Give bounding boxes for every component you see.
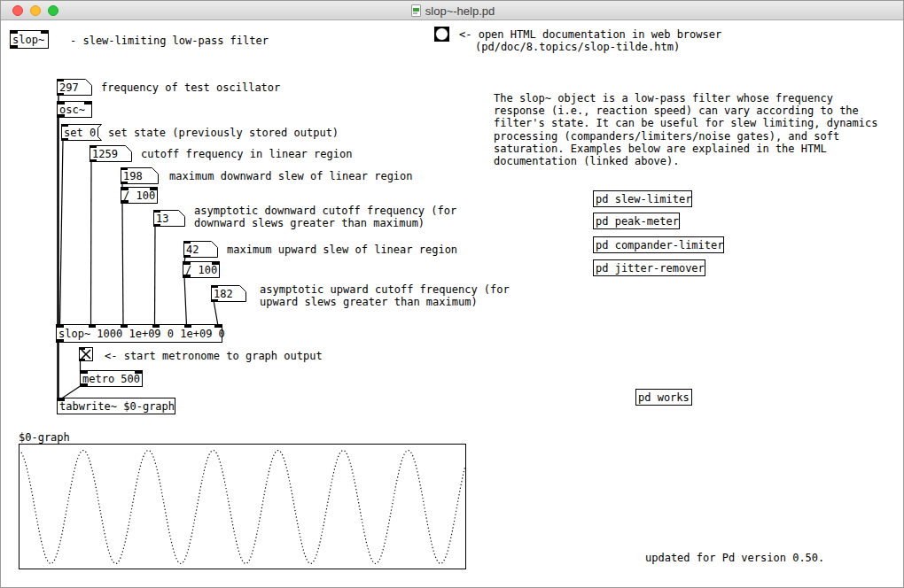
inlet-nub bbox=[58, 398, 65, 401]
outlet-nub bbox=[57, 93, 64, 96]
object-label: slop~ bbox=[12, 34, 44, 46]
object-box-slop-main[interactable]: slop~ 1000 1e+09 0 1e+09 0 bbox=[56, 324, 222, 343]
comment-toggle: <- start metronome to graph output bbox=[105, 350, 323, 362]
inlet-nub bbox=[57, 79, 64, 81]
inlet-nub bbox=[80, 348, 85, 350]
inlet-nub bbox=[152, 325, 160, 328]
comment-up-asym: asymptotic upward cutoff frequency (for … bbox=[260, 283, 510, 308]
inlet-nub bbox=[135, 371, 142, 374]
outlet-nub bbox=[183, 275, 191, 277]
comment-down-asym: asymptotic downward cutoff frequency (fo… bbox=[194, 205, 456, 229]
graph-wave-path bbox=[21, 451, 464, 564]
inlet-nub bbox=[57, 325, 64, 328]
outlet-nub bbox=[153, 224, 160, 227]
object-box-div-100-b[interactable]: / 100 bbox=[183, 261, 220, 278]
outlet-nub bbox=[121, 182, 128, 184]
object-label: pd works bbox=[638, 391, 690, 404]
object-box-metro[interactable]: metro 500 bbox=[80, 370, 143, 387]
inlet-nub bbox=[41, 31, 48, 34]
window-title: slop~-help.pd bbox=[425, 4, 495, 18]
number-value: 198 bbox=[123, 170, 143, 182]
comment-open-doc: <- open HTML documentation in web browse… bbox=[459, 28, 721, 41]
toggle-metronome[interactable] bbox=[79, 347, 93, 361]
number-box-up-slew[interactable]: 42 bbox=[183, 241, 218, 258]
number-box-down-asym[interactable]: 13 bbox=[153, 210, 185, 227]
outlet-nub bbox=[11, 45, 18, 48]
message-label: set 0 bbox=[64, 127, 96, 139]
inlet-nub bbox=[11, 31, 18, 34]
outlet-nub bbox=[183, 255, 191, 258]
object-label: metro 500 bbox=[82, 373, 140, 385]
window-titlebar[interactable]: slop~-help.pd bbox=[1, 1, 904, 20]
graph-canvas bbox=[19, 444, 466, 569]
pd-patch-window: slop~-help.pd slop~ - slew-limiting low-… bbox=[0, 0, 904, 588]
outlet-nub bbox=[58, 114, 65, 117]
outlet-nub bbox=[57, 339, 64, 342]
inlet-nub bbox=[89, 325, 96, 328]
object-box-osc[interactable]: osc~ bbox=[57, 101, 92, 118]
open-doc-icon bbox=[435, 27, 448, 41]
inlet-nub bbox=[84, 102, 91, 104]
inlet-nub bbox=[121, 167, 128, 170]
number-box-up-asym[interactable]: 182 bbox=[211, 285, 246, 302]
number-box-cutoff-freq[interactable]: 1259 bbox=[90, 145, 132, 162]
comment-slop-description: - slew-limiting low-pass filter bbox=[70, 35, 269, 47]
number-value: 182 bbox=[214, 288, 233, 300]
inlet-nub bbox=[183, 262, 191, 265]
number-value: 297 bbox=[59, 81, 79, 94]
inlet-nub bbox=[90, 145, 97, 148]
number-box-down-slew[interactable]: 198 bbox=[121, 167, 159, 184]
outlet-nub bbox=[90, 159, 97, 162]
outlet-nub bbox=[121, 200, 129, 203]
number-value: 42 bbox=[186, 244, 199, 256]
outlet-nub bbox=[61, 138, 68, 141]
subpatch-works[interactable]: pd works bbox=[635, 389, 692, 406]
open-html-doc-button[interactable] bbox=[434, 27, 449, 42]
inlet-nub bbox=[81, 371, 88, 374]
object-box-slop-demo[interactable]: slop~ bbox=[10, 30, 49, 49]
number-box-osc-freq[interactable]: 297 bbox=[57, 79, 92, 96]
comment-down-slew: maximum downward slew of linear region bbox=[169, 170, 413, 182]
object-label: pd jitter-remover bbox=[596, 262, 705, 275]
object-label: pd compander-limiter bbox=[596, 239, 724, 251]
sine-wave bbox=[19, 445, 465, 569]
object-label: slop~ 1000 1e+09 0 1e+09 0 bbox=[58, 328, 225, 340]
inlet-nub bbox=[58, 102, 65, 104]
object-label: pd peak-meter bbox=[596, 215, 679, 228]
inlet-nub bbox=[61, 124, 68, 127]
inlet-nub bbox=[214, 325, 222, 328]
subpatch-jitter-remover[interactable]: pd jitter-remover bbox=[593, 259, 705, 276]
comment-cutoff-freq: cutoff frequency in linear region bbox=[141, 148, 352, 160]
graph-label: $0-graph bbox=[19, 431, 70, 444]
inlet-nub bbox=[211, 285, 218, 288]
subpatch-slew-limiter[interactable]: pd slew-limiter bbox=[593, 190, 692, 207]
inlet-nub bbox=[121, 188, 129, 190]
outlet-nub bbox=[81, 383, 88, 386]
object-label: pd slew-limiter bbox=[596, 193, 691, 205]
number-value: 1259 bbox=[92, 148, 118, 160]
inlet-nub bbox=[183, 241, 191, 244]
comment-footer: updated for Pd version 0.50. bbox=[645, 552, 824, 564]
subpatch-compander-limiter[interactable]: pd compander-limiter bbox=[593, 236, 724, 253]
message-box-set-state[interactable]: set 0 bbox=[61, 124, 102, 141]
object-box-tabwrite[interactable]: tabwrite~ $0-graph bbox=[57, 398, 175, 414]
inlet-nub bbox=[212, 262, 219, 265]
outlet-nub bbox=[211, 299, 218, 302]
inlet-nub bbox=[121, 325, 128, 328]
subpatch-peak-meter[interactable]: pd peak-meter bbox=[593, 213, 680, 229]
inlet-nub bbox=[150, 188, 157, 190]
object-label: tabwrite~ $0-graph bbox=[59, 400, 175, 413]
object-box-div-100-a[interactable]: / 100 bbox=[121, 187, 158, 204]
comment-up-slew: maximum upward slew of linear region bbox=[227, 244, 457, 256]
number-value: 13 bbox=[156, 213, 168, 225]
outlet-nub bbox=[80, 359, 85, 360]
description-text: The slop~ object is a low-pass filter wh… bbox=[494, 92, 877, 167]
inlet-nub bbox=[153, 210, 160, 213]
inlet-nub bbox=[184, 325, 191, 328]
comment-doc-path: (pd/doc/8.topics/slop-tilde.htm) bbox=[475, 41, 680, 53]
document-icon bbox=[411, 4, 421, 17]
comment-set-state: set state (previously stored output) bbox=[108, 127, 339, 139]
comment-osc-freq: frequency of test oscillator bbox=[101, 81, 280, 94]
